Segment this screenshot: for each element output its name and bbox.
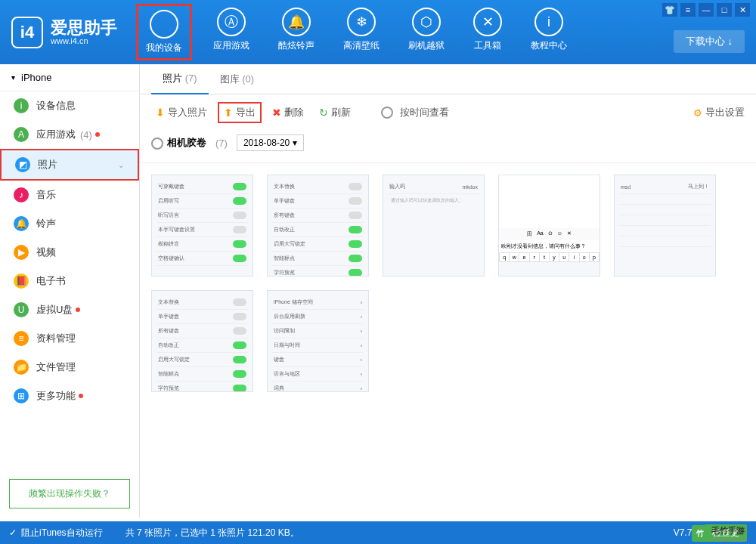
sidebar-item-文件管理[interactable]: 📁文件管理: [0, 353, 139, 382]
tab-图库[interactable]: 图库 (0): [209, 65, 266, 94]
itunes-toggle[interactable]: ✓ 阻止iTunes自动运行: [9, 527, 103, 539]
sidebar-item-视频[interactable]: ▶视频: [0, 238, 139, 267]
nav-高清壁纸[interactable]: ❄高清壁纸: [336, 4, 387, 60]
sidebar-icon: U: [14, 302, 29, 317]
sidebar-icon: 🔔: [14, 216, 29, 231]
watermark-icon: 竹: [692, 525, 708, 542]
thumbnail[interactable]: msd马上到！: [614, 175, 716, 277]
device-selector[interactable]: iPhone: [0, 64, 139, 91]
download-center-button[interactable]: 下载中心 ↓: [674, 30, 745, 53]
notification-dot: [76, 308, 80, 312]
export-button[interactable]: ⬆导出: [218, 102, 262, 123]
album-radio[interactable]: 相机胶卷: [151, 136, 206, 150]
logo-icon: i4: [11, 17, 43, 48]
nav-刷机越狱[interactable]: ⬡刷机越狱: [401, 4, 452, 60]
thumbnail[interactable]: 田Aa⊙☺✕欧刚才没看到信息，请问有什么事？qwertyuiop: [498, 175, 600, 277]
nav-酷炫铃声[interactable]: 🔔酷炫铃声: [271, 4, 322, 60]
thumbnail[interactable]: 文本替换单手键盘所有键盘自动改正启用大写锁定智能标点字符预览: [151, 290, 253, 392]
sidebar-icon: 📕: [14, 274, 29, 289]
nav-icon: i: [534, 8, 563, 36]
notification-dot: [95, 132, 100, 137]
refresh-button[interactable]: ↻刷新: [314, 104, 355, 122]
sidebar-item-音乐[interactable]: ♪音乐: [0, 181, 139, 209]
main-panel: 照片 (7)图库 (0) ⬇导入照片 ⬆导出 ✖删除 ↻刷新 按时间查看 ⚙导出…: [140, 64, 756, 518]
sidebar-item-更多功能[interactable]: ⊞更多功能: [0, 382, 139, 410]
sidebar-item-电子书[interactable]: 📕电子书: [0, 267, 139, 295]
export-settings-button[interactable]: ⚙导出设置: [693, 106, 745, 119]
sidebar-icon: i: [14, 98, 29, 113]
sidebar: iPhone i设备信息A应用游戏(4)◩照片⌄♪音乐🔔铃声▶视频📕电子书U虚拟…: [0, 64, 140, 518]
top-nav: 我的设备Ⓐ应用游戏🔔酷炫铃声❄高清壁纸⬡刷机越狱✕工具箱i教程中心: [136, 4, 575, 60]
thumbnail[interactable]: 可穿戴键盘启用听写听写语言本手写键盘设置模糊拼音空格键确认: [151, 175, 253, 277]
view-by-time-button[interactable]: 按时间查看: [376, 104, 454, 122]
skin-button[interactable]: 👕: [662, 3, 677, 17]
thumbnail-grid: 可穿戴键盘启用听写听写语言本手写键盘设置模糊拼音空格键确认文本替换单手键盘所有键…: [140, 163, 756, 403]
header: i4 爱思助手 www.i4.cn 我的设备Ⓐ应用游戏🔔酷炫铃声❄高清壁纸⬡刷机…: [0, 0, 756, 64]
nav-icon: 🔔: [282, 8, 311, 36]
import-button[interactable]: ⬇导入照片: [151, 104, 212, 122]
chevron-down-icon: ⌄: [118, 161, 124, 169]
nav-应用游戏[interactable]: Ⓐ应用游戏: [206, 4, 257, 60]
thumbnail[interactable]: 文本替换单手键盘所有键盘自动改正启用大写锁定智能标点字符预览: [267, 175, 369, 277]
sidebar-icon: ≡: [14, 331, 29, 346]
watermark: 竹 毛竹手游 maozhusd.com: [692, 525, 747, 542]
tabs: 照片 (7)图库 (0): [140, 64, 756, 94]
nav-工具箱[interactable]: ✕工具箱: [466, 4, 510, 60]
sidebar-item-照片[interactable]: ◩照片⌄: [0, 149, 139, 181]
date-selector[interactable]: 2018-08-20 ▾: [237, 134, 304, 151]
nav-icon: [150, 10, 178, 39]
app-name: 爱思助手: [51, 20, 117, 36]
close-button[interactable]: ✕: [735, 3, 750, 17]
nav-我的设备[interactable]: 我的设备: [136, 4, 192, 60]
album-count: (7): [215, 138, 228, 149]
sidebar-item-设备信息[interactable]: i设备信息: [0, 91, 139, 120]
sidebar-icon: 📁: [14, 360, 29, 375]
sidebar-icon: A: [14, 127, 29, 142]
logo: i4 爱思助手 www.i4.cn: [11, 17, 117, 48]
nav-icon: ❄: [347, 8, 376, 36]
sidebar-item-应用游戏[interactable]: A应用游戏(4): [0, 120, 139, 149]
sidebar-icon: ♪: [14, 187, 29, 202]
tab-照片[interactable]: 照片 (7): [151, 64, 209, 94]
faq-button[interactable]: 频繁出现操作失败？: [9, 479, 130, 508]
nav-icon: ⬡: [412, 8, 441, 36]
maximize-button[interactable]: □: [717, 3, 732, 17]
sidebar-icon: ◩: [15, 157, 30, 172]
notification-dot: [79, 394, 83, 398]
nav-icon: Ⓐ: [217, 8, 246, 36]
sidebar-item-虚拟U盘[interactable]: U虚拟U盘: [0, 295, 139, 324]
window-controls: 👕≡—□✕: [662, 3, 750, 17]
statusbar: ✓ 阻止iTunes自动运行 共 7 张照片，已选中 1 张照片 121.20 …: [0, 521, 756, 544]
minimize-button[interactable]: —: [699, 3, 714, 17]
status-info: 共 7 张照片，已选中 1 张照片 121.20 KB。: [125, 527, 299, 539]
app-domain: www.i4.cn: [51, 36, 117, 45]
sidebar-item-铃声[interactable]: 🔔铃声: [0, 209, 139, 238]
sidebar-icon: ▶: [14, 245, 29, 260]
toolbar: ⬇导入照片 ⬆导出 ✖删除 ↻刷新 按时间查看 ⚙导出设置: [140, 94, 756, 131]
thumbnail[interactable]: iPhone 储存空间›后台应用刷新›访问限制›日期与时间›键盘›语言与地区›词…: [267, 290, 369, 392]
thumbnail[interactable]: 输入码mkdox通过输入码可以快速调取您的输入。: [383, 175, 485, 277]
check-icon: ✓: [9, 527, 17, 538]
sidebar-icon: ⊞: [14, 388, 29, 403]
delete-button[interactable]: ✖删除: [268, 104, 308, 122]
nav-icon: ✕: [473, 8, 502, 36]
sidebar-item-资料管理[interactable]: ≡资料管理: [0, 324, 139, 353]
nav-教程中心[interactable]: i教程中心: [523, 4, 575, 60]
filter-row: 相机胶卷 (7) 2018-08-20 ▾: [140, 131, 756, 163]
menu-button[interactable]: ≡: [680, 3, 696, 17]
